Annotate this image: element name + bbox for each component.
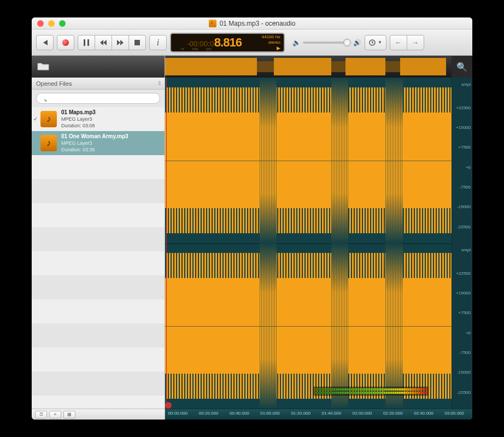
nav-back-button[interactable]: ←	[390, 35, 407, 50]
scale-tick: -22500	[457, 389, 471, 394]
timeline-tick: 00:00.000	[168, 411, 188, 416]
pause-button[interactable]	[78, 35, 95, 50]
lcd-sample-rate: 44100 Hz	[257, 34, 280, 40]
file-duration: Duration: 03:36	[61, 146, 128, 153]
titlebar: 01 Maps.mp3 - ocenaudio	[32, 17, 472, 29]
record-button[interactable]	[57, 35, 74, 50]
scale-tick: +7500	[459, 145, 471, 150]
magnifier-icon: 🔍	[456, 62, 467, 72]
view-detail-button[interactable]: ≡	[49, 411, 61, 418]
svg-rect-2	[134, 40, 140, 45]
volume-slider[interactable]	[303, 42, 351, 44]
timeline-tick: 02:00.000	[353, 411, 372, 416]
timeline-tick: 01:40.000	[322, 411, 342, 416]
file-item[interactable]: ✔ ♪ 01 Maps.mp3 MPEG Layer3 Duration: 03…	[32, 107, 165, 131]
skip-start-button[interactable]	[36, 35, 54, 50]
scale-tick: -22500	[457, 224, 471, 229]
app-file-icon	[209, 20, 216, 27]
volume-high-icon: 🔊	[353, 39, 361, 46]
editor-area: 🔍	[165, 56, 472, 420]
timeline-tick: 01:20.000	[291, 411, 310, 416]
folder-icon[interactable]	[37, 61, 49, 73]
scale-label: smpl	[461, 247, 471, 252]
scale-tick: +0	[466, 330, 471, 335]
nav-forward-button[interactable]: →	[407, 35, 424, 50]
time-display[interactable]: -00:00:0 8.816 hr min sec 44100 Hz stere…	[170, 33, 285, 52]
playhead-cursor[interactable]	[166, 78, 167, 409]
volume-low-icon: 🔈	[292, 39, 301, 46]
lcd-unit-hr: hr	[181, 47, 184, 51]
file-codec: MPEG Layer3	[61, 116, 96, 122]
timeline-tick: 02:20.000	[383, 411, 403, 416]
timeline-tick: 01:00.000	[260, 411, 280, 416]
timeline-tick: 02:40.000	[414, 411, 433, 416]
file-name: 01 One Woman Army.mp3	[61, 133, 128, 140]
scale-tick: +15000	[456, 290, 471, 295]
info-button[interactable]: i	[149, 35, 167, 50]
scale-tick: +22500	[456, 270, 471, 275]
scale-tick: -15000	[457, 370, 471, 375]
close-window-button[interactable]	[37, 20, 44, 27]
lcd-play-icon: ▶	[257, 45, 280, 51]
scale-tick: +7500	[459, 310, 471, 315]
minimize-window-button[interactable]	[48, 20, 55, 27]
file-codec: MPEG Layer3	[61, 140, 128, 146]
transport-group	[78, 35, 146, 50]
timeline-tick: 03:00.000	[444, 411, 464, 416]
forward-button[interactable]	[112, 35, 129, 50]
audio-file-icon: ♪	[40, 135, 57, 151]
view-list-button[interactable]: ☰	[35, 411, 47, 418]
check-icon: ✔	[33, 116, 38, 122]
scale-tick: +22500	[456, 105, 471, 110]
time-main: 8.816	[214, 36, 242, 50]
svg-rect-1	[87, 39, 89, 46]
file-name: 01 Maps.mp3	[61, 109, 96, 116]
scale-tick: -7500	[460, 184, 471, 189]
file-item[interactable]: ♪ 01 One Woman Army.mp3 MPEG Layer3 Dura…	[32, 131, 165, 155]
sidebar-header-label: Opened Files	[36, 80, 72, 87]
timeline-ruler[interactable]: 00:00.000 00:20.000 00:40.000 01:00.000 …	[165, 409, 472, 420]
sidebar: Opened Files ⁞⁞ ✔ ♪ 01 Maps.mp3 MPEG Lay…	[32, 56, 165, 420]
waveform-canvas[interactable]	[165, 78, 452, 409]
scale-tick: +15000	[456, 125, 471, 129]
lcd-channels: stereo	[257, 40, 280, 45]
sidebar-footer: ☰ ≡ ▦	[32, 409, 165, 420]
stop-button[interactable]	[128, 35, 146, 50]
search-input[interactable]	[36, 93, 160, 104]
lcd-unit-sec: sec	[206, 47, 212, 51]
file-duration: Duration: 03:08	[61, 122, 96, 129]
zoom-window-button[interactable]	[59, 20, 66, 27]
sidebar-top	[32, 56, 165, 78]
toolbar: i -00:00:0 8.816 hr min sec 44100 Hz ste…	[32, 29, 472, 56]
overview-strip[interactable]: 🔍	[165, 56, 472, 78]
app-window: 01 Maps.mp3 - ocenaudio i -00:00:0 8.816…	[32, 17, 472, 420]
scale-tick: -15000	[457, 204, 471, 209]
zoom-tool-button[interactable]: 🔍	[452, 56, 472, 78]
volume-control: 🔈 🔊	[292, 39, 361, 46]
scale-tick: +0	[466, 164, 471, 169]
window-title: 01 Maps.mp3 - ocenaudio	[220, 20, 296, 27]
vu-meter	[314, 387, 429, 395]
scale-tick: -7500	[460, 350, 471, 355]
timeline-tick: 00:20.000	[199, 411, 219, 416]
lcd-unit-min: min	[192, 47, 198, 51]
scale-label: smpl	[461, 82, 471, 87]
sidebar-header: Opened Files ⁞⁞	[32, 78, 165, 90]
timeline-tick: 00:40.000	[230, 411, 249, 416]
sidebar-grip-icon[interactable]: ⁞⁞	[158, 80, 160, 87]
amplitude-scale: smpl +22500 +15000 +7500 +0 -7500 -15000…	[452, 78, 472, 409]
view-grid-button[interactable]: ▦	[63, 411, 75, 418]
file-list: ✔ ♪ 01 Maps.mp3 MPEG Layer3 Duration: 03…	[32, 107, 165, 409]
rewind-button[interactable]	[95, 35, 112, 50]
history-menu-button[interactable]: ▼	[365, 35, 386, 50]
svg-rect-0	[84, 39, 85, 46]
audio-file-icon: ♪	[40, 111, 57, 127]
